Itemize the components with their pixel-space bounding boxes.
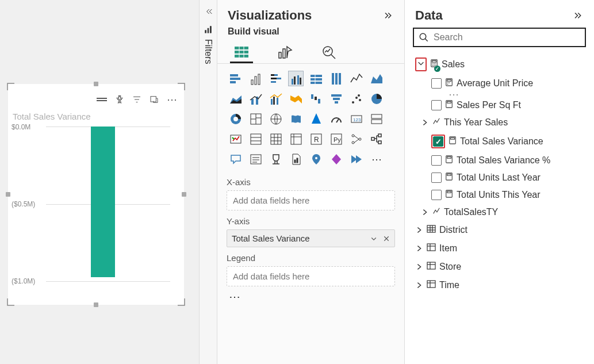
checkbox[interactable] <box>431 100 442 110</box>
table-store[interactable]: Store <box>413 258 586 276</box>
svg-rect-30 <box>311 78 322 81</box>
field-total-units-last-year[interactable]: Total Units Last Year <box>413 169 586 186</box>
svg-rect-90 <box>294 160 296 163</box>
legend-well[interactable]: Add data fields here <box>227 266 395 286</box>
more-visuals-icon[interactable]: ⋯ <box>369 151 384 167</box>
key-influencers-icon[interactable] <box>348 131 364 147</box>
table-time[interactable]: Time <box>413 276 586 294</box>
arcgis-map-icon[interactable] <box>308 151 324 167</box>
table-sales[interactable]: Sales <box>413 54 586 75</box>
clustered-bar-chart-icon[interactable] <box>248 71 263 86</box>
funnel-chart-icon[interactable] <box>328 91 344 106</box>
more-wells-icon[interactable]: ⋯ <box>227 290 395 304</box>
goals-icon[interactable] <box>268 151 283 167</box>
expand-filters-icon[interactable] <box>204 7 213 18</box>
field-this-year-sales[interactable]: This Year Sales <box>413 114 586 131</box>
field-label: Total Sales Variance <box>460 136 543 147</box>
report-canvas[interactable]: ⋯ Total Sales Variance $0.0M ($0.5M) ($1… <box>0 0 199 364</box>
more-options-icon[interactable]: ⋯ <box>167 93 178 106</box>
slicer-icon[interactable] <box>248 131 263 147</box>
stacked-column-chart-icon[interactable] <box>268 71 283 86</box>
100-stacked-column-icon[interactable] <box>328 71 344 86</box>
collapse-pane-icon[interactable] <box>573 10 584 21</box>
pie-chart-icon[interactable] <box>369 91 384 106</box>
field-total-units-this-year[interactable]: Total Units This Year <box>413 186 586 204</box>
svg-rect-7 <box>235 55 248 58</box>
treemap-icon[interactable] <box>248 111 263 127</box>
svg-rect-5 <box>235 47 248 49</box>
filter-icon[interactable] <box>132 95 141 104</box>
area-chart-icon[interactable] <box>369 71 384 86</box>
decomposition-tree-icon[interactable] <box>369 131 384 147</box>
svg-rect-115 <box>447 174 451 176</box>
build-visual-tab[interactable] <box>230 43 253 63</box>
donut-chart-icon[interactable] <box>228 111 243 127</box>
chart-visual-container[interactable]: ⋯ Total Sales Variance $0.0M ($0.5M) ($1… <box>8 84 184 305</box>
stacked-area-chart-icon[interactable] <box>228 91 243 106</box>
python-visual-icon[interactable]: Py <box>328 131 344 147</box>
field-avg-unit-price[interactable]: Average Unit Price <box>413 75 586 92</box>
qa-visual-icon[interactable] <box>228 151 243 167</box>
stacked-bar-chart-icon[interactable] <box>228 71 243 86</box>
table-icon[interactable] <box>268 131 283 147</box>
filters-icon <box>204 25 212 36</box>
svg-rect-28 <box>300 78 301 85</box>
scatter-chart-icon[interactable] <box>348 91 364 106</box>
field-total-sales-variance-pct[interactable]: Total Sales Variance % <box>413 152 586 169</box>
svg-rect-45 <box>333 98 340 100</box>
line-chart-icon[interactable] <box>348 71 364 86</box>
100-stacked-bar-icon[interactable] <box>308 71 324 86</box>
search-box[interactable] <box>413 28 586 47</box>
filters-pane-collapsed[interactable]: Filters <box>199 0 217 364</box>
smart-narrative-icon[interactable] <box>248 151 263 167</box>
svg-point-47 <box>352 101 354 104</box>
table-district[interactable]: District <box>413 221 586 239</box>
waterfall-chart-icon[interactable] <box>308 91 324 106</box>
focus-mode-icon[interactable] <box>150 95 159 104</box>
table-item[interactable]: Item <box>413 239 586 258</box>
format-visual-tab[interactable] <box>274 43 297 63</box>
table-label: Time <box>439 280 459 290</box>
svg-rect-65 <box>251 134 261 144</box>
gauge-icon[interactable] <box>328 111 344 127</box>
field-sales-per-sq-ft[interactable]: Sales Per Sq Ft <box>413 97 586 114</box>
analytics-tab[interactable] <box>317 43 340 63</box>
ribbon-chart-icon[interactable] <box>288 91 304 106</box>
visualizations-title: Visualizations <box>228 8 312 23</box>
drag-handle-icon[interactable] <box>97 98 107 101</box>
checkbox[interactable] <box>431 155 442 166</box>
svg-point-82 <box>359 138 361 140</box>
card-icon[interactable]: 123 <box>348 111 364 127</box>
field-total-sales-ty[interactable]: TotalSalesTY <box>413 204 586 221</box>
svg-point-53 <box>233 117 238 121</box>
x-axis-well[interactable]: Add data fields here <box>227 190 395 210</box>
pin-icon[interactable] <box>115 95 124 104</box>
multi-row-card-icon[interactable] <box>369 111 384 127</box>
checkbox[interactable] <box>431 190 442 200</box>
map-icon[interactable] <box>268 111 283 127</box>
kpi-icon[interactable] <box>228 131 243 147</box>
filled-map-icon[interactable] <box>288 111 304 127</box>
power-automate-icon[interactable] <box>348 151 364 167</box>
checkbox-checked[interactable] <box>433 136 443 147</box>
power-apps-icon[interactable] <box>328 151 344 167</box>
collapse-pane-icon[interactable] <box>384 10 394 21</box>
clustered-column-chart-icon[interactable] <box>288 71 304 86</box>
remove-field-icon[interactable] <box>383 235 390 242</box>
line-stacked-column-icon[interactable] <box>248 91 263 106</box>
matrix-icon[interactable] <box>288 131 304 147</box>
y-axis-field-chip[interactable]: Total Sales Variance <box>227 229 395 247</box>
paginated-report-icon[interactable] <box>288 151 304 167</box>
filters-label: Filters <box>203 39 213 64</box>
field-total-sales-variance[interactable]: Total Sales Variance <box>413 131 586 152</box>
line-clustered-column-icon[interactable] <box>268 91 283 106</box>
azure-map-icon[interactable] <box>308 111 324 127</box>
search-input[interactable] <box>434 32 580 43</box>
checkbox[interactable] <box>431 173 442 183</box>
checkbox[interactable] <box>431 78 442 89</box>
svg-rect-15 <box>230 78 240 80</box>
chevron-down-icon[interactable] <box>370 235 377 242</box>
r-visual-icon[interactable]: R <box>308 131 324 147</box>
visualization-types-gallery: 123 R Py ⋯ <box>217 64 404 170</box>
chevron-right-icon <box>421 118 429 127</box>
